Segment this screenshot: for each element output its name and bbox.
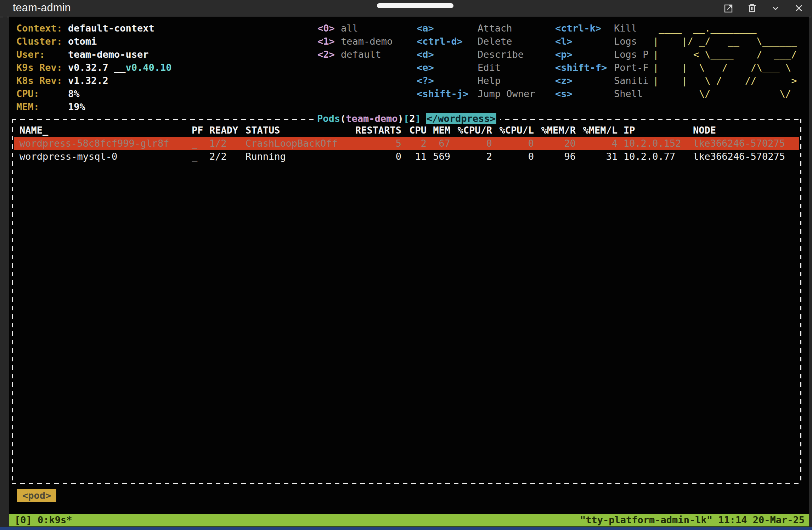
namespace-item-team-demo[interactable]: <1>team-demo (317, 35, 393, 48)
tmux-host-datetime: "tty-platform-admin-lk" 11:14 20-Mar-25 (580, 514, 805, 526)
panel-border-right (800, 119, 801, 484)
col-mem-r: %MEM/R (534, 124, 576, 137)
col-mem: MEM (427, 124, 450, 137)
mem-value: 19% (68, 101, 85, 112)
shortcut-logs-previous[interactable]: <p>Logs P (555, 48, 649, 61)
cpu-value: 8% (68, 88, 80, 99)
chevron-down-icon[interactable] (770, 3, 781, 13)
popout-window-icon[interactable] (723, 3, 734, 13)
col-status: STATUS (246, 124, 354, 137)
k9s-header: Context:default-context Cluster:otomi Us… (9, 22, 809, 114)
cluster-info: Context:default-context Cluster:otomi Us… (16, 22, 172, 113)
k9s-rev-value: v0.32.7 __ (68, 62, 126, 73)
shortcut-describe[interactable]: <d>Describe (417, 48, 535, 61)
col-ip: IP (618, 124, 687, 137)
drag-handle[interactable] (377, 3, 453, 8)
namespace-shortcuts: <0>all <1>team-demo <2>default (317, 22, 393, 61)
info-label: User: (16, 48, 68, 61)
action-shortcuts-1: <a>Attach <ctrl-d>Delete <d>Describe <e>… (417, 22, 535, 100)
info-label: K9s Rev: (16, 61, 68, 74)
info-label: Context: (16, 22, 68, 35)
pods-panel: Pods(team-demo)[2]</wordpress> NAME_ PF … (12, 119, 801, 484)
close-icon[interactable] (794, 3, 804, 13)
window-title: team-admin (13, 1, 71, 14)
resource-name: Pods (317, 113, 340, 124)
filter-chip[interactable]: </wordpress> (426, 113, 496, 124)
info-label: Cluster: (16, 35, 68, 48)
table-header-row: NAME_ PF READY STATUS RESTARTS CPU MEM %… (14, 124, 799, 137)
col-ready: READY (209, 124, 246, 137)
cluster-value: otomi (68, 36, 97, 47)
shortcut-port-forward[interactable]: <shift-f>Port-F (555, 61, 649, 74)
terminal-content: Context:default-context Cluster:otomi Us… (9, 17, 809, 527)
k9s-upgrade-value: v0.40.10 (126, 62, 172, 73)
shortcut-help[interactable]: <?>Help (417, 74, 535, 87)
action-shortcuts-2: <ctrl-k>Kill <l>Logs <p>Logs P <shift-f>… (555, 22, 649, 100)
window-titlebar[interactable]: team-admin (0, 0, 812, 17)
col-cpu-r: %CPU/R (450, 124, 492, 137)
shortcut-kill[interactable]: <ctrl-k>Kill (555, 22, 649, 35)
tmux-session-info[interactable]: [0] 0:k9s* (15, 514, 72, 526)
table-row-wordpress[interactable]: wordpress-58c8fcf999-glr8f _ 1/2 CrashLo… (14, 137, 799, 150)
info-label: MEM: (16, 100, 68, 113)
info-label: CPU: (16, 87, 68, 100)
col-cpu-l: %CPU/L (492, 124, 534, 137)
k9s-logo: ____ __.________ | |/ _/ __ \______ | < … (653, 22, 797, 100)
k8s-rev-value: v1.32.2 (68, 75, 108, 86)
shortcut-shell[interactable]: <s>Shell (555, 87, 649, 100)
shortcut-jump-owner[interactable]: <shift-j>Jump Owner (417, 87, 535, 100)
col-name: NAME_ (18, 124, 192, 137)
context-value: default-context (68, 23, 154, 34)
namespace-item-default[interactable]: <2>default (317, 48, 393, 61)
namespace-item-all[interactable]: <0>all (317, 22, 393, 35)
pod-count: 2 (409, 113, 415, 124)
breadcrumb: <pod> (17, 489, 56, 502)
info-label: K8s Rev: (16, 74, 68, 87)
panel-border-bottom (12, 483, 801, 484)
bottom-accent-strip (0, 527, 812, 530)
trash-icon[interactable] (747, 3, 757, 13)
breadcrumb-pod[interactable]: <pod> (17, 489, 56, 502)
shortcut-attach[interactable]: <a>Attach (417, 22, 535, 35)
shortcut-edit[interactable]: <e>Edit (417, 61, 535, 74)
active-namespace: team-demo (346, 113, 397, 124)
panel-border-left (12, 119, 13, 484)
terminal-window: team-admin (0, 0, 812, 530)
col-pf: PF (192, 124, 209, 137)
col-cpu: CPU (401, 124, 427, 137)
col-mem-l: %MEM/L (576, 124, 618, 137)
shortcut-sanitize[interactable]: <z>Saniti (555, 74, 649, 87)
user-value: team-demo-user (68, 49, 149, 60)
tmux-status-bar: [0] 0:k9s* "tty-platform-admin-lk" 11:14… (9, 514, 809, 526)
col-node: NODE (687, 124, 795, 137)
shortcut-delete[interactable]: <ctrl-d>Delete (417, 35, 535, 48)
pods-table: NAME_ PF READY STATUS RESTARTS CPU MEM %… (18, 124, 795, 163)
table-row-wordpress-mysql[interactable]: wordpress-mysql-0 _ 2/2 Running 0 11 569… (14, 150, 799, 163)
panel-title: Pods(team-demo)[2]</wordpress> (314, 112, 500, 125)
shortcut-logs[interactable]: <l>Logs (555, 35, 649, 48)
col-restarts: RESTARTS (354, 124, 401, 137)
